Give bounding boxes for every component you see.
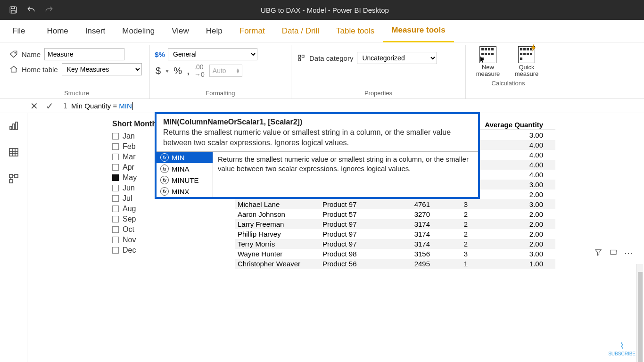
tab-format[interactable]: Format	[231, 20, 273, 42]
cursor-icon	[479, 56, 487, 63]
slicer-item-aug[interactable]: Aug	[112, 204, 173, 214]
undo-icon[interactable]	[26, 5, 36, 15]
table-row[interactable]: Phillip HarveyProduct 97317422.00	[235, 229, 555, 239]
decimals-icon[interactable]: .00→0	[194, 63, 205, 78]
title-bar: UBG to DAX - Model - Power BI Desktop	[0, 0, 644, 20]
tab-data-drill[interactable]: Data / Drill	[273, 20, 328, 42]
quick-measure-button[interactable]: Quick measure	[510, 46, 543, 78]
intellisense-item-min[interactable]: fxMIN	[157, 152, 213, 163]
slicer-item-label: Apr	[123, 163, 134, 172]
report-view-icon[interactable]	[8, 120, 20, 132]
table-row[interactable]: Aaron JohnsonProduct 57327022.00	[235, 209, 555, 219]
format-select[interactable]: General	[168, 48, 257, 60]
vertical-scrollbar[interactable]	[636, 264, 643, 362]
checkbox-icon[interactable]	[112, 226, 119, 233]
subscribe-watermark: ⌇ SUBSCRIBE	[608, 341, 636, 356]
group-calculations-label: Calculations	[471, 78, 545, 89]
cell: Michael Lane	[235, 199, 320, 209]
model-view-icon[interactable]	[8, 173, 20, 185]
cell: 3156	[376, 249, 433, 259]
checkbox-icon[interactable]	[112, 237, 119, 243]
table-row[interactable]: Christopher WeaverProduct 56249511.00	[235, 259, 555, 269]
lightning-icon	[529, 43, 538, 52]
svg-rect-16	[15, 174, 18, 178]
cell: Product 97	[320, 219, 376, 229]
cell: Product 56	[320, 259, 376, 269]
cell: 1	[433, 259, 471, 269]
more-options-icon[interactable]: ⋯	[624, 248, 633, 258]
cell: 3.00	[471, 180, 546, 189]
cell: 2.00	[471, 229, 546, 239]
measure-name-input[interactable]	[44, 48, 124, 60]
currency-button[interactable]: $	[156, 66, 161, 76]
focus-mode-icon[interactable]	[609, 248, 618, 258]
table-row[interactable]: Larry FreemanProduct 97317422.00	[235, 219, 555, 229]
svg-rect-9	[16, 122, 17, 130]
table-row[interactable]: Wayne HunterProduct 98315633.00	[235, 249, 555, 259]
svg-rect-4	[298, 55, 301, 58]
table-row[interactable]: Terry MorrisProduct 97317422.00	[235, 239, 555, 249]
checkbox-icon[interactable]	[112, 174, 119, 181]
tab-table-tools[interactable]: Table tools	[328, 20, 383, 42]
intellisense-list[interactable]: fxMINfxMINAfxMINUTEfxMINX	[157, 152, 213, 197]
checkbox-icon[interactable]	[112, 133, 119, 140]
slicer-item-label: Mar	[123, 153, 136, 161]
cancel-formula-icon[interactable]: ✕	[30, 100, 38, 112]
cell: 3	[433, 199, 471, 209]
checkbox-icon[interactable]	[112, 143, 119, 150]
data-category-select[interactable]: Uncategorized	[357, 52, 437, 64]
tab-help[interactable]: Help	[198, 20, 231, 42]
cell: Aaron Johnson	[235, 209, 320, 219]
new-measure-button[interactable]: New measure	[471, 46, 504, 78]
home-table-select[interactable]: Key Measures	[62, 63, 142, 75]
col-average-quantity[interactable]: Average Quantity	[471, 120, 546, 130]
checkbox-icon[interactable]	[112, 154, 119, 160]
thousands-button[interactable]: ,	[187, 65, 190, 77]
cell: Larry Freeman	[235, 219, 320, 229]
checkbox-icon[interactable]	[112, 216, 119, 222]
tab-view[interactable]: View	[163, 20, 198, 42]
tab-measure-tools[interactable]: Measure tools	[383, 20, 454, 42]
currency-dropdown-icon[interactable]: ▾	[165, 67, 169, 74]
slicer-item-label: Feb	[123, 142, 136, 151]
table-row[interactable]: Michael LaneProduct 97476133.00	[235, 199, 555, 209]
data-view-icon[interactable]	[8, 146, 20, 158]
redo-icon[interactable]	[44, 5, 54, 15]
cell: 4.00	[471, 170, 546, 180]
intellisense-item-label: MINUTE	[172, 176, 199, 184]
tab-modeling[interactable]: Modeling	[114, 20, 163, 42]
intellisense-item-label: MINX	[172, 188, 190, 196]
checkbox-icon[interactable]	[112, 164, 119, 171]
group-structure-label: Structure	[9, 88, 144, 99]
checkbox-icon[interactable]	[112, 195, 119, 202]
tab-home[interactable]: Home	[38, 20, 76, 42]
formula-bar[interactable]: ✕ ✓ 1 Min Quantity = MIN	[0, 99, 644, 113]
auto-decimals-input[interactable]: Auto▴▾	[209, 65, 242, 77]
intellisense-item-minute[interactable]: fxMINUTE	[157, 174, 213, 186]
tab-insert[interactable]: Insert	[77, 20, 114, 42]
checkbox-icon[interactable]	[112, 247, 119, 254]
cell: 3174	[376, 229, 433, 239]
formula-text[interactable]: Min Quantity = MIN	[71, 102, 133, 110]
dna-icon: ⌇	[608, 341, 636, 351]
intellisense-item-minx[interactable]: fxMINX	[157, 186, 213, 197]
slicer-item-dec[interactable]: Dec	[112, 245, 173, 255]
save-icon[interactable]	[8, 5, 18, 15]
slicer-item-nov[interactable]: Nov	[112, 235, 173, 245]
intellisense-item-mina[interactable]: fxMINA	[157, 163, 213, 174]
filter-icon[interactable]	[594, 248, 603, 258]
commit-formula-icon[interactable]: ✓	[46, 100, 54, 112]
function-icon: fx	[160, 187, 169, 196]
tab-file[interactable]: File	[4, 20, 33, 42]
cell: 3.00	[471, 249, 546, 259]
svg-rect-6	[298, 59, 301, 61]
checkbox-icon[interactable]	[112, 185, 119, 191]
slicer-item-sep[interactable]: Sep	[112, 214, 173, 224]
slicer-item-oct[interactable]: Oct	[112, 224, 173, 235]
percent-button[interactable]: %	[173, 66, 182, 76]
cell: 2	[433, 229, 471, 239]
checkbox-icon[interactable]	[112, 206, 119, 212]
slicer-item-label: Sep	[123, 215, 136, 223]
ribbon-tabs: FileHomeInsertModelingViewHelpFormatData…	[0, 20, 644, 42]
tag-icon	[9, 50, 18, 58]
